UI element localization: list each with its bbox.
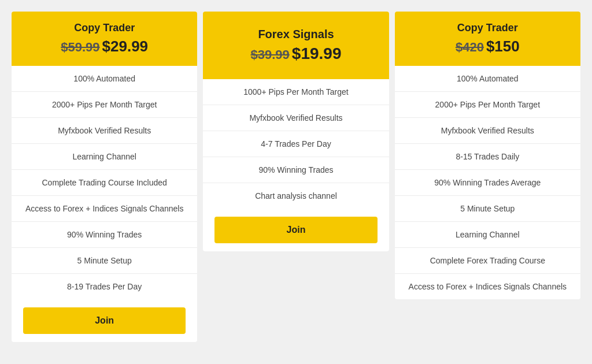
old-price-middle: $39.99 — [251, 47, 290, 62]
list-item: 5 Minute Setup — [12, 248, 197, 274]
list-item: 90% Winning Trades Average — [395, 170, 580, 196]
list-item: Myfxbook Verified Results — [395, 118, 580, 144]
card-copy-trader-right: Copy Trader $420$150 100% Automated 2000… — [395, 12, 580, 299]
list-item: 2000+ Pips Per Month Target — [395, 92, 580, 118]
card-header-right: Copy Trader $420$150 — [395, 12, 580, 66]
list-item: Learning Channel — [12, 144, 197, 170]
card-copy-trader-left: Copy Trader $59.99$29.99 100% Automated … — [12, 12, 197, 342]
card-title-middle: Forex Signals — [209, 28, 383, 41]
list-item: Complete Forex Trading Course — [395, 248, 580, 274]
list-item: Chart analysis channel — [203, 183, 388, 209]
pricing-container: Copy Trader $59.99$29.99 100% Automated … — [6, 6, 586, 348]
list-item: 4-7 Trades Per Day — [203, 131, 388, 157]
card-price-left: $59.99$29.99 — [17, 38, 191, 55]
card-title-left: Copy Trader — [17, 22, 191, 34]
card-title-right: Copy Trader — [401, 22, 575, 34]
list-item: 90% Winning Trades — [12, 222, 197, 248]
list-item: 1000+ Pips Per Month Target — [203, 79, 388, 105]
list-item: 100% Automated — [395, 66, 580, 92]
old-price-right: $420 — [456, 40, 484, 54]
list-item: 5 Minute Setup — [395, 196, 580, 222]
card-header-left: Copy Trader $59.99$29.99 — [12, 12, 197, 66]
new-price-middle: $19.99 — [292, 44, 342, 62]
list-item: 100% Automated — [12, 66, 197, 92]
list-item: Learning Channel — [395, 222, 580, 248]
list-item: Myfxbook Verified Results — [12, 118, 197, 144]
join-button-middle[interactable]: Join — [214, 217, 377, 243]
new-price-right: $150 — [486, 38, 520, 55]
list-item: Access to Forex + Indices Signals Channe… — [395, 274, 580, 299]
card-price-right: $420$150 — [401, 38, 575, 55]
card-forex-signals: Forex Signals $39.99$19.99 1000+ Pips Pe… — [203, 12, 388, 251]
new-price-left: $29.99 — [102, 38, 149, 55]
features-middle: 1000+ Pips Per Month Target Myfxbook Ver… — [203, 79, 388, 209]
list-item: 8-15 Trades Daily — [395, 144, 580, 170]
list-item: Access to Forex + Indices Signals Channe… — [12, 196, 197, 222]
list-item: Myfxbook Verified Results — [203, 105, 388, 131]
list-item: 8-19 Trades Per Day — [12, 274, 197, 299]
features-left: 100% Automated 2000+ Pips Per Month Targ… — [12, 66, 197, 299]
list-item: Complete Trading Course Included — [12, 170, 197, 196]
card-price-middle: $39.99$19.99 — [209, 44, 383, 63]
old-price-left: $59.99 — [61, 40, 99, 54]
join-button-left[interactable]: Join — [23, 307, 186, 334]
list-item: 2000+ Pips Per Month Target — [12, 92, 197, 118]
card-header-middle: Forex Signals $39.99$19.99 — [203, 12, 388, 79]
features-right: 100% Automated 2000+ Pips Per Month Targ… — [395, 66, 580, 299]
list-item: 90% Winning Trades — [203, 157, 388, 183]
